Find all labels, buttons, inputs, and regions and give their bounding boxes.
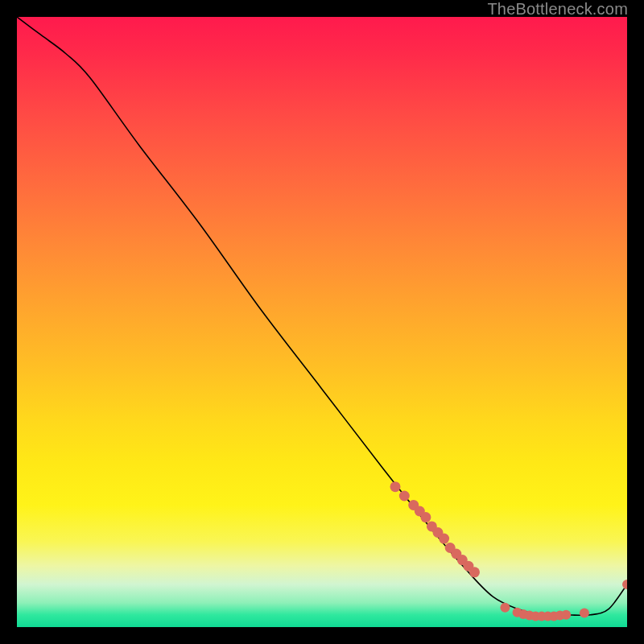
data-dot: [622, 580, 627, 589]
data-dot: [390, 481, 401, 492]
watermark-label: TheBottleneck.com: [487, 0, 628, 19]
plot-area: [17, 17, 627, 627]
chart-svg: [17, 17, 627, 627]
data-dot: [399, 491, 410, 502]
data-dot: [469, 567, 480, 577]
data-dot: [580, 609, 589, 618]
data-dot: [420, 512, 431, 522]
data-dot: [561, 610, 571, 620]
chart-container: TheBottleneck.com: [0, 0, 644, 644]
bottleneck-curve: [17, 17, 627, 615]
data-dot: [500, 603, 510, 613]
data-dot: [439, 534, 449, 544]
data-dots: [390, 481, 628, 621]
